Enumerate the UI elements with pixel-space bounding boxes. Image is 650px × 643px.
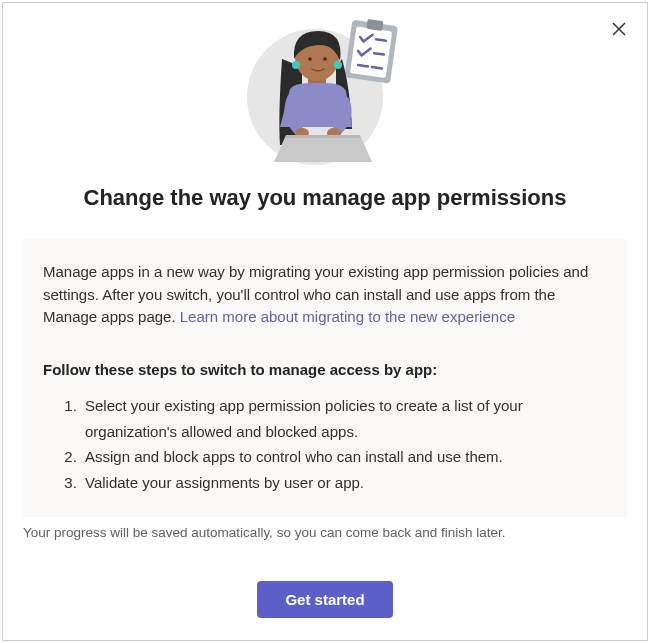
steps-list: Select your existing app permission poli…: [43, 393, 607, 495]
svg-rect-4: [350, 26, 392, 78]
svg-line-7: [374, 53, 384, 54]
svg-line-6: [376, 39, 386, 40]
dialog-footer: Get started: [3, 540, 647, 640]
svg-line-9: [372, 67, 382, 68]
steps-heading: Follow these steps to switch to manage a…: [43, 359, 607, 382]
list-item: Assign and block apps to control who can…: [81, 444, 607, 470]
illustration-container: [3, 3, 647, 167]
svg-point-14: [292, 61, 300, 69]
svg-point-12: [308, 57, 312, 61]
person-clipboard-illustration: [230, 17, 420, 167]
dialog-title: Change the way you manage app permission…: [3, 185, 647, 211]
list-item: Select your existing app permission poli…: [81, 393, 607, 444]
progress-note: Your progress will be saved automaticall…: [23, 525, 627, 540]
svg-line-8: [358, 65, 368, 66]
intro-paragraph: Manage apps in a new way by migrating yo…: [43, 261, 607, 329]
close-icon: [612, 22, 626, 36]
close-button[interactable]: [609, 19, 629, 39]
list-item: Validate your assignments by user or app…: [81, 470, 607, 496]
migration-dialog: Change the way you manage app permission…: [2, 2, 648, 641]
learn-more-link[interactable]: Learn more about migrating to the new ex…: [180, 308, 515, 325]
content-panel: Manage apps in a new way by migrating yo…: [23, 239, 627, 517]
svg-point-15: [334, 61, 342, 69]
svg-point-13: [323, 57, 327, 61]
get-started-button[interactable]: Get started: [257, 581, 392, 618]
